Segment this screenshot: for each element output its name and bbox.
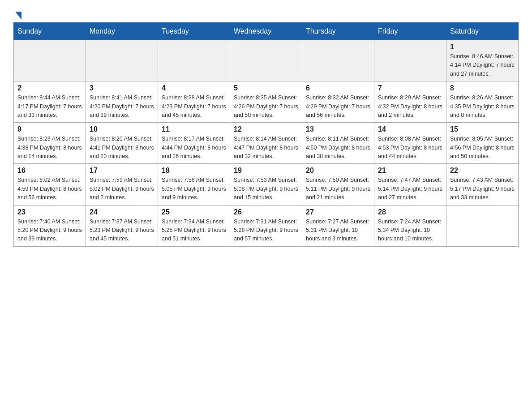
week-row-4: 16Sunrise: 8:02 AM Sunset: 4:59 PM Dayli… (14, 164, 519, 205)
calendar-cell: 20Sunrise: 7:50 AM Sunset: 5:11 PM Dayli… (302, 164, 374, 205)
calendar-cell: 7Sunrise: 8:29 AM Sunset: 4:32 PM Daylig… (374, 81, 446, 123)
day-number: 13 (306, 125, 370, 133)
day-number: 5 (234, 84, 298, 92)
day-number: 26 (234, 208, 298, 216)
calendar-cell: 19Sunrise: 7:53 AM Sunset: 5:08 PM Dayli… (230, 164, 302, 205)
weekday-header-wednesday: Wednesday (230, 23, 302, 40)
day-number: 6 (306, 84, 370, 92)
day-number: 9 (17, 125, 82, 133)
calendar-cell: 23Sunrise: 7:40 AM Sunset: 5:20 PM Dayli… (14, 205, 86, 246)
day-number: 4 (162, 84, 226, 92)
day-number: 22 (450, 167, 515, 175)
calendar-table: SundayMondayTuesdayWednesdayThursdayFrid… (13, 22, 519, 247)
week-row-1: 1Sunrise: 8:46 AM Sunset: 4:14 PM Daylig… (14, 40, 519, 81)
day-number: 17 (90, 167, 154, 175)
day-info: Sunrise: 7:59 AM Sunset: 5:02 PM Dayligh… (90, 176, 154, 202)
calendar-cell: 17Sunrise: 7:59 AM Sunset: 5:02 PM Dayli… (86, 164, 158, 205)
weekday-header-sunday: Sunday (14, 23, 86, 40)
day-info: Sunrise: 7:56 AM Sunset: 5:05 PM Dayligh… (162, 176, 226, 202)
calendar-cell: 14Sunrise: 8:08 AM Sunset: 4:53 PM Dayli… (374, 123, 446, 164)
weekday-header-row: SundayMondayTuesdayWednesdayThursdayFrid… (14, 23, 519, 40)
weekday-header-friday: Friday (374, 23, 446, 40)
calendar-cell: 11Sunrise: 8:17 AM Sunset: 4:44 PM Dayli… (158, 123, 230, 164)
calendar-cell (446, 205, 519, 246)
calendar-cell (14, 40, 86, 81)
day-info: Sunrise: 7:47 AM Sunset: 5:14 PM Dayligh… (378, 176, 442, 202)
day-info: Sunrise: 8:05 AM Sunset: 4:56 PM Dayligh… (450, 135, 515, 161)
calendar-cell: 8Sunrise: 8:26 AM Sunset: 4:35 PM Daylig… (446, 81, 519, 123)
day-info: Sunrise: 7:53 AM Sunset: 5:08 PM Dayligh… (234, 176, 298, 202)
day-number: 12 (234, 125, 298, 133)
calendar-cell (230, 40, 302, 81)
calendar-cell: 28Sunrise: 7:24 AM Sunset: 5:34 PM Dayli… (374, 205, 446, 246)
calendar-cell: 25Sunrise: 7:34 AM Sunset: 5:25 PM Dayli… (158, 205, 230, 246)
day-number: 10 (90, 125, 154, 133)
logo (13, 9, 21, 18)
week-row-2: 2Sunrise: 8:44 AM Sunset: 4:17 PM Daylig… (14, 81, 519, 123)
week-row-5: 23Sunrise: 7:40 AM Sunset: 5:20 PM Dayli… (14, 205, 519, 246)
day-number: 28 (378, 208, 442, 216)
weekday-header-thursday: Thursday (302, 23, 374, 40)
day-info: Sunrise: 8:32 AM Sunset: 4:29 PM Dayligh… (306, 94, 370, 120)
day-info: Sunrise: 7:31 AM Sunset: 5:28 PM Dayligh… (234, 218, 298, 244)
day-number: 11 (162, 125, 226, 133)
day-number: 20 (306, 167, 370, 175)
day-info: Sunrise: 8:02 AM Sunset: 4:59 PM Dayligh… (17, 176, 82, 202)
day-info: Sunrise: 7:50 AM Sunset: 5:11 PM Dayligh… (306, 176, 370, 202)
day-info: Sunrise: 8:38 AM Sunset: 4:23 PM Dayligh… (162, 94, 226, 120)
calendar-cell: 27Sunrise: 7:27 AM Sunset: 5:31 PM Dayli… (302, 205, 374, 246)
calendar-cell: 18Sunrise: 7:56 AM Sunset: 5:05 PM Dayli… (158, 164, 230, 205)
week-row-3: 9Sunrise: 8:23 AM Sunset: 4:38 PM Daylig… (14, 123, 519, 164)
day-info: Sunrise: 8:35 AM Sunset: 4:26 PM Dayligh… (234, 94, 298, 120)
day-number: 7 (378, 84, 442, 92)
day-number: 16 (17, 167, 82, 175)
day-number: 14 (378, 125, 442, 133)
calendar-cell (158, 40, 230, 81)
day-number: 2 (17, 84, 82, 92)
calendar-cell: 4Sunrise: 8:38 AM Sunset: 4:23 PM Daylig… (158, 81, 230, 123)
calendar-cell (86, 40, 158, 81)
calendar-cell: 10Sunrise: 8:20 AM Sunset: 4:41 PM Dayli… (86, 123, 158, 164)
day-info: Sunrise: 8:17 AM Sunset: 4:44 PM Dayligh… (162, 135, 226, 161)
page-header (13, 9, 519, 18)
day-info: Sunrise: 7:40 AM Sunset: 5:20 PM Dayligh… (17, 218, 82, 244)
day-number: 18 (162, 167, 226, 175)
day-info: Sunrise: 8:20 AM Sunset: 4:41 PM Dayligh… (90, 135, 154, 161)
calendar-cell: 5Sunrise: 8:35 AM Sunset: 4:26 PM Daylig… (230, 81, 302, 123)
day-number: 23 (17, 208, 82, 216)
calendar-cell: 24Sunrise: 7:37 AM Sunset: 5:23 PM Dayli… (86, 205, 158, 246)
weekday-header-saturday: Saturday (446, 23, 519, 40)
calendar-cell (374, 40, 446, 81)
day-info: Sunrise: 7:27 AM Sunset: 5:31 PM Dayligh… (306, 218, 370, 244)
day-info: Sunrise: 8:23 AM Sunset: 4:38 PM Dayligh… (17, 135, 82, 161)
day-number: 25 (162, 208, 226, 216)
day-info: Sunrise: 8:11 AM Sunset: 4:50 PM Dayligh… (306, 135, 370, 161)
day-number: 1 (450, 43, 515, 51)
day-number: 19 (234, 167, 298, 175)
day-info: Sunrise: 8:29 AM Sunset: 4:32 PM Dayligh… (378, 94, 442, 120)
calendar-cell: 9Sunrise: 8:23 AM Sunset: 4:38 PM Daylig… (14, 123, 86, 164)
day-number: 3 (90, 84, 154, 92)
calendar-cell: 3Sunrise: 8:41 AM Sunset: 4:20 PM Daylig… (86, 81, 158, 123)
calendar-cell: 15Sunrise: 8:05 AM Sunset: 4:56 PM Dayli… (446, 123, 519, 164)
calendar-cell: 6Sunrise: 8:32 AM Sunset: 4:29 PM Daylig… (302, 81, 374, 123)
calendar-cell: 26Sunrise: 7:31 AM Sunset: 5:28 PM Dayli… (230, 205, 302, 246)
logo-arrow-icon (15, 12, 21, 20)
day-info: Sunrise: 7:37 AM Sunset: 5:23 PM Dayligh… (90, 218, 154, 244)
day-info: Sunrise: 8:46 AM Sunset: 4:14 PM Dayligh… (450, 52, 515, 78)
calendar-cell: 21Sunrise: 7:47 AM Sunset: 5:14 PM Dayli… (374, 164, 446, 205)
calendar-cell: 13Sunrise: 8:11 AM Sunset: 4:50 PM Dayli… (302, 123, 374, 164)
calendar-cell: 12Sunrise: 8:14 AM Sunset: 4:47 PM Dayli… (230, 123, 302, 164)
calendar-cell: 16Sunrise: 8:02 AM Sunset: 4:59 PM Dayli… (14, 164, 86, 205)
day-info: Sunrise: 8:41 AM Sunset: 4:20 PM Dayligh… (90, 94, 154, 120)
day-info: Sunrise: 8:08 AM Sunset: 4:53 PM Dayligh… (378, 135, 442, 161)
day-info: Sunrise: 7:24 AM Sunset: 5:34 PM Dayligh… (378, 218, 442, 244)
calendar-cell: 2Sunrise: 8:44 AM Sunset: 4:17 PM Daylig… (14, 81, 86, 123)
day-info: Sunrise: 8:44 AM Sunset: 4:17 PM Dayligh… (17, 94, 82, 120)
day-number: 27 (306, 208, 370, 216)
day-info: Sunrise: 8:26 AM Sunset: 4:35 PM Dayligh… (450, 94, 515, 120)
day-number: 8 (450, 84, 515, 92)
day-number: 21 (378, 167, 442, 175)
calendar-cell: 1Sunrise: 8:46 AM Sunset: 4:14 PM Daylig… (446, 40, 519, 81)
weekday-header-tuesday: Tuesday (158, 23, 230, 40)
